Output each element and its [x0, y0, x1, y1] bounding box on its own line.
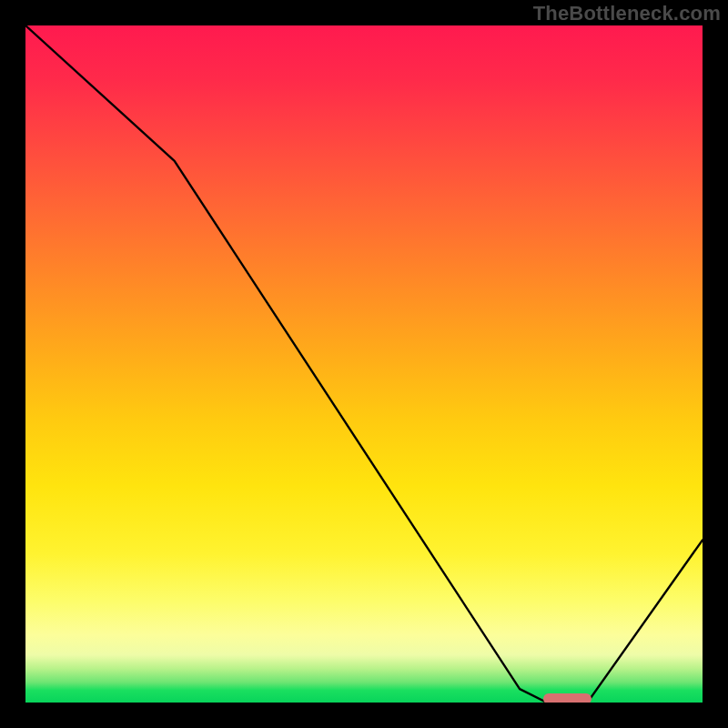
- curve-path: [25, 25, 703, 703]
- plot-area: [25, 25, 703, 703]
- watermark-text: TheBottleneck.com: [533, 2, 721, 25]
- optimal-zone-marker: [543, 693, 592, 703]
- bottleneck-curve: [25, 25, 703, 703]
- chart-canvas: TheBottleneck.com: [0, 0, 728, 728]
